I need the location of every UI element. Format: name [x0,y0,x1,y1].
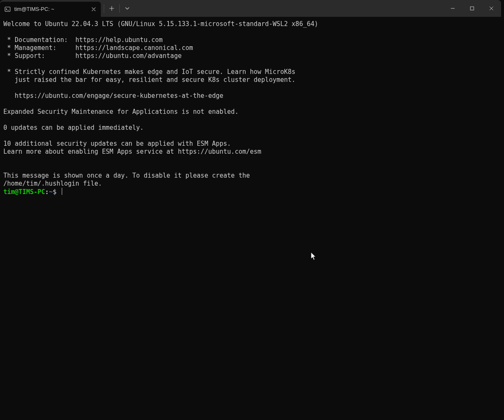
cursor [62,188,62,195]
prompt-user-host: tim@TIMS-PC [3,188,45,196]
titlebar-drag-region[interactable] [134,0,443,17]
new-tab-button[interactable] [105,2,119,15]
motd-line: * Documentation: https://help.ubuntu.com [3,36,163,44]
motd-line: Learn more about enabling ESM Apps servi… [3,148,261,155]
tab-actions [101,0,134,17]
mouse-cursor-icon [311,252,317,261]
close-window-button[interactable] [482,0,501,17]
motd-line: * Support: https://ubuntu.com/advantage [3,52,181,60]
motd-line: https://ubuntu.com/engage/secure-kuberne… [3,92,223,100]
tab-dropdown-button[interactable] [120,2,134,15]
divider [104,4,104,13]
tab-title: tim@TIMS-PC: ~ [14,6,87,12]
prompt-symbol: $ [52,188,56,196]
svg-rect-3 [470,7,474,10]
tab-active[interactable]: tim@TIMS-PC: ~ [0,2,101,17]
motd-line: 0 updates can be applied immediately. [3,124,144,131]
motd-line: Expanded Security Maintenance for Applic… [3,108,239,116]
terminal-viewport[interactable]: Welcome to Ubuntu 22.04.3 LTS (GNU/Linux… [0,17,501,200]
motd-line: * Strictly confined Kubernetes makes edg… [3,68,295,76]
window-controls [443,0,501,17]
motd-line: 10 additional security updates can be ap… [3,140,231,147]
motd-line: * Management: https://landscape.canonica… [3,44,193,52]
motd-line: This message is shown once a day. To dis… [3,172,250,179]
terminal-window: tim@TIMS-PC: ~ [0,0,501,415]
prompt-line: tim@TIMS-PC:~$ [3,188,62,196]
motd-line: /home/tim/.hushlogin file. [3,180,102,187]
svg-rect-0 [5,7,10,12]
tab-close-button[interactable] [90,5,97,13]
minimize-button[interactable] [443,0,462,17]
maximize-button[interactable] [462,0,482,17]
terminal-icon [4,6,11,13]
motd-line: Welcome to Ubuntu 22.04.3 LTS (GNU/Linux… [3,20,318,28]
motd-line: just raised the bar for easy, resilient … [3,76,295,84]
divider [119,4,120,13]
titlebar: tim@TIMS-PC: ~ [0,0,501,17]
